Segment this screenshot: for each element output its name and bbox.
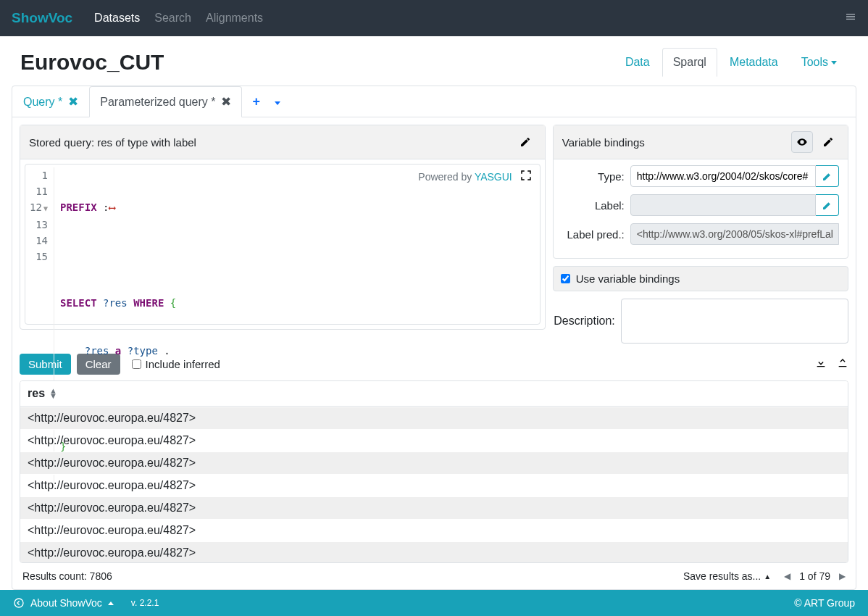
edit-bindings-button[interactable]	[817, 131, 839, 153]
page-indicator: 1 of 79	[799, 570, 830, 582]
results-header[interactable]: res ▲▼	[20, 381, 848, 407]
tab-data[interactable]: Data	[614, 48, 661, 77]
top-navbar: ShowVoc Datasets Search Alignments	[0, 0, 868, 36]
edit-label-button[interactable]	[816, 194, 839, 216]
use-bindings-row[interactable]: Use variable bindings	[553, 266, 848, 291]
save-results-button[interactable]: Save results as...▲	[683, 570, 771, 582]
type-label: Type:	[562, 170, 625, 183]
label-label: Label:	[562, 199, 625, 212]
next-page-button[interactable]: ▶	[839, 571, 846, 581]
use-bindings-label: Use variable bindings	[576, 272, 680, 285]
prev-page-button[interactable]: ◀	[784, 571, 790, 581]
yasgui-link[interactable]: YASGUI	[475, 171, 512, 183]
editor-column: Stored query: res of type with label Pow…	[20, 125, 546, 344]
chevron-up-icon	[108, 602, 114, 605]
fold-icon[interactable]: ▼	[43, 204, 48, 212]
app-footer: About ShowVoc v. 2.2.1 © ART Group	[0, 590, 868, 616]
query-tabs: Query * ✖ Parameterized query * ✖ +	[12, 86, 856, 117]
results-footer: Results count: 7806 Save results as...▲ …	[12, 567, 856, 589]
query-body: Stored query: res of type with label Pow…	[12, 117, 856, 351]
chevron-down-icon	[831, 61, 837, 64]
menu-icon[interactable]	[845, 11, 856, 25]
chevron-down-icon	[275, 101, 280, 105]
download-icon[interactable]	[815, 357, 827, 372]
about-button[interactable]: About ShowVoc	[13, 597, 114, 609]
use-bindings-checkbox[interactable]	[561, 274, 570, 283]
result-row[interactable]: <http://eurovoc.europa.eu/4827>	[20, 496, 848, 519]
labelpred-input	[630, 223, 839, 245]
page-title: Eurovoc_CUT	[20, 50, 164, 75]
add-tab-button[interactable]: +	[242, 88, 270, 115]
query-tab-1[interactable]: Query * ✖	[12, 86, 89, 117]
bindings-column: Variable bindings Type:	[553, 125, 848, 344]
powered-by-label: Powered by YASGUI	[418, 171, 512, 183]
column-res[interactable]: res	[28, 387, 45, 400]
label-input[interactable]	[630, 194, 816, 216]
copyright-label: © ART Group	[794, 597, 855, 609]
result-row[interactable]: <http://eurovoc.europa.eu/4827>	[20, 541, 848, 563]
nav-alignments[interactable]: Alignments	[199, 3, 270, 33]
results-count: Results count: 7806	[22, 570, 112, 582]
bindings-title: Variable bindings	[562, 136, 645, 149]
upload-icon[interactable]	[837, 357, 848, 372]
version-label: v. 2.2.1	[131, 598, 159, 608]
tab-menu-button[interactable]	[270, 89, 285, 114]
results-table[interactable]: res ▲▼ <http://eurovoc.europa.eu/4827><h…	[20, 380, 848, 563]
close-icon[interactable]: ✖	[68, 94, 78, 109]
nav-search[interactable]: Search	[147, 3, 199, 33]
result-row[interactable]: <http://eurovoc.europa.eu/4827>	[20, 451, 848, 474]
page-tabs: Data Sparql Metadata Tools	[614, 48, 848, 77]
result-row[interactable]: <http://eurovoc.europa.eu/4827>	[20, 429, 848, 451]
stored-query-title: Stored query: res of type with label	[29, 136, 196, 149]
query-tab-1-label: Query *	[23, 96, 62, 109]
tab-sparql[interactable]: Sparql	[662, 48, 717, 77]
labelpred-label: Label pred.:	[562, 228, 625, 241]
pager: ◀ 1 of 79 ▶	[784, 570, 846, 582]
description-label: Description:	[553, 315, 615, 328]
sort-icon[interactable]: ▲▼	[49, 388, 57, 399]
description-textarea[interactable]	[621, 299, 848, 344]
variable-bindings-panel: Variable bindings Type:	[553, 125, 848, 259]
result-row[interactable]: <http://eurovoc.europa.eu/4827>	[20, 407, 848, 429]
edit-type-button[interactable]	[816, 165, 839, 187]
stored-query-panel: Stored query: res of type with label Pow…	[20, 125, 546, 330]
nav-datasets[interactable]: Datasets	[87, 3, 147, 33]
query-tab-2[interactable]: Parameterized query * ✖	[89, 86, 242, 117]
query-tab-2-label: Parameterized query *	[100, 96, 215, 109]
edit-stored-query-button[interactable]	[514, 131, 536, 153]
page-header: Eurovoc_CUT Data Sparql Metadata Tools	[0, 36, 868, 86]
brand-logo[interactable]: ShowVoc	[12, 10, 72, 26]
result-row[interactable]: <http://eurovoc.europa.eu/4827>	[20, 474, 848, 496]
tab-metadata[interactable]: Metadata	[719, 48, 789, 77]
close-icon[interactable]: ✖	[221, 94, 231, 109]
tab-tools[interactable]: Tools	[790, 48, 848, 77]
result-row[interactable]: <http://eurovoc.europa.eu/4827>	[20, 519, 848, 541]
type-input[interactable]	[630, 165, 816, 187]
workspace: Query * ✖ Parameterized query * ✖ + Stor…	[12, 86, 856, 590]
sparql-editor[interactable]: Powered by YASGUI 1 11 12▼ 13 14 15	[25, 164, 541, 325]
expand-icon[interactable]	[519, 169, 533, 185]
svg-point-0	[14, 599, 23, 607]
toggle-visibility-button[interactable]	[791, 131, 813, 153]
